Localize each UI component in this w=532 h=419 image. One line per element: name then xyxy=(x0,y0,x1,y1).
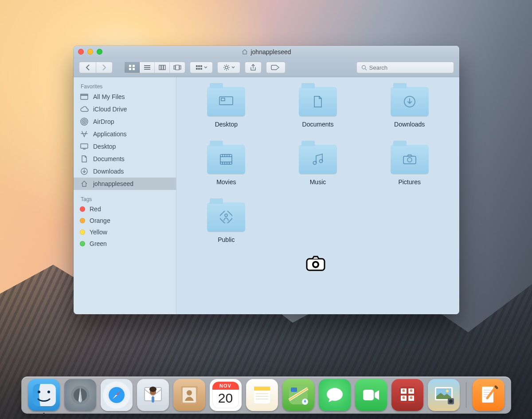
sidebar-item-home[interactable]: johnappleseed xyxy=(74,178,176,190)
svg-rect-10 xyxy=(174,66,175,69)
svg-rect-0 xyxy=(129,65,131,67)
zoom-button[interactable] xyxy=(97,49,102,55)
dock-item-photos[interactable] xyxy=(428,379,460,411)
sidebar-item-desktop[interactable]: Desktop xyxy=(74,140,176,153)
tag-dot-icon xyxy=(80,218,85,223)
folder-label: Movies xyxy=(216,178,236,186)
minimize-button[interactable] xyxy=(87,49,93,55)
cloud-icon xyxy=(80,105,89,113)
svg-point-19 xyxy=(225,66,228,69)
dock-item-contacts[interactable] xyxy=(173,379,205,411)
svg-rect-13 xyxy=(196,65,198,67)
dock-item-notes[interactable] xyxy=(246,379,278,411)
edit-tags-button[interactable] xyxy=(266,62,286,73)
dock-item-safari[interactable] xyxy=(101,379,133,411)
dock-item-pages[interactable] xyxy=(473,379,505,411)
svg-point-57 xyxy=(225,214,227,217)
folder-icon xyxy=(299,145,337,174)
svg-point-74 xyxy=(187,390,192,395)
folder-icon xyxy=(391,87,429,116)
tag-dot-icon xyxy=(80,241,85,246)
maps-icon xyxy=(287,384,309,406)
forward-button[interactable] xyxy=(96,62,113,73)
dock-item-finder[interactable] xyxy=(28,379,60,411)
finder-icon xyxy=(32,383,56,407)
folder-desktop[interactable]: Desktop xyxy=(187,87,266,128)
svg-rect-9 xyxy=(164,65,165,70)
svg-point-92 xyxy=(410,396,412,399)
dock-item-photobooth[interactable] xyxy=(391,379,423,411)
folder-public[interactable]: Public xyxy=(187,202,266,243)
sidebar-tag-yellow[interactable]: Yellow xyxy=(74,226,176,238)
back-button[interactable] xyxy=(79,62,96,73)
folder-music[interactable]: Music xyxy=(279,145,357,186)
columns-icon xyxy=(159,65,166,70)
svg-line-26 xyxy=(224,69,225,70)
dock-item-calendar[interactable]: NOV 20 xyxy=(210,379,242,411)
arrange-button[interactable] xyxy=(190,62,213,73)
sidebar-item-airdrop[interactable]: AirDrop xyxy=(74,115,176,128)
svg-point-32 xyxy=(83,121,85,123)
folder-movies[interactable]: Movies xyxy=(187,145,266,186)
svg-rect-18 xyxy=(200,68,202,70)
sidebar-item-documents[interactable]: Documents xyxy=(74,153,176,165)
sidebar-tag-orange[interactable]: Orange xyxy=(74,215,176,226)
sidebar-item-label: iCloud Drive xyxy=(93,106,127,113)
folder-documents[interactable]: Documents xyxy=(279,87,357,128)
folder-icon xyxy=(207,87,245,116)
dock-item-messages[interactable] xyxy=(319,379,351,411)
sidebar-item-icloud[interactable]: iCloud Drive xyxy=(74,103,176,115)
sidebar-item-applications[interactable]: Applications xyxy=(74,128,176,140)
folder-icon xyxy=(391,145,429,174)
sidebar-favorites-heading: Favorites xyxy=(74,81,176,91)
notes-icon xyxy=(251,384,273,406)
all-my-files-icon xyxy=(80,93,89,101)
svg-line-27 xyxy=(228,65,229,66)
home-icon xyxy=(80,180,89,188)
view-columns-button[interactable] xyxy=(155,62,170,73)
view-icons-button[interactable] xyxy=(125,62,140,73)
folder-downloads[interactable]: Downloads xyxy=(370,87,449,128)
sidebar-tag-green[interactable]: Green xyxy=(74,238,176,249)
svg-rect-3 xyxy=(133,68,135,70)
svg-rect-1 xyxy=(133,65,135,67)
folder-label: Downloads xyxy=(394,121,425,128)
svg-rect-7 xyxy=(159,65,161,70)
svg-point-90 xyxy=(410,389,412,392)
sidebar-tag-red[interactable]: Red xyxy=(74,203,176,215)
tag-dot-icon xyxy=(80,206,85,212)
view-coverflow-button[interactable] xyxy=(170,62,185,73)
dock-item-launchpad[interactable] xyxy=(64,379,96,411)
svg-rect-16 xyxy=(196,68,198,70)
action-button[interactable] xyxy=(217,62,240,73)
sidebar-item-all-my-files[interactable]: All My Files xyxy=(74,91,176,103)
dock-item-maps[interactable] xyxy=(282,379,314,411)
svg-point-89 xyxy=(402,389,405,392)
tag-icon xyxy=(271,64,281,71)
home-icon xyxy=(242,49,248,55)
window-titlebar[interactable]: johnappleseed xyxy=(74,46,459,58)
search-field[interactable] xyxy=(356,62,454,73)
svg-line-25 xyxy=(228,69,229,70)
chevron-right-icon xyxy=(102,64,107,71)
sidebar-item-downloads[interactable]: Downloads xyxy=(74,165,176,178)
search-icon xyxy=(361,65,367,71)
toolbar xyxy=(74,58,459,77)
sidebar-item-label: All My Files xyxy=(93,93,125,100)
folder-label: Desktop xyxy=(215,121,238,128)
search-input[interactable] xyxy=(369,64,449,71)
list-icon xyxy=(144,65,151,70)
downloads-icon xyxy=(80,167,89,175)
dock-item-facetime[interactable] xyxy=(355,379,387,411)
folder-icon xyxy=(207,145,245,174)
share-button[interactable] xyxy=(245,62,262,73)
dock-item-mail[interactable] xyxy=(137,379,169,411)
folder-label: Documents xyxy=(302,121,334,128)
view-list-button[interactable] xyxy=(140,62,155,73)
folder-pictures[interactable]: Pictures xyxy=(370,145,449,186)
sidebar-item-label: Green xyxy=(90,240,107,247)
share-icon xyxy=(250,64,256,71)
close-button[interactable] xyxy=(78,49,84,55)
content-area[interactable]: Desktop Documents Downloads Movies Music xyxy=(176,77,459,314)
finder-window: johnappleseed xyxy=(74,46,459,314)
